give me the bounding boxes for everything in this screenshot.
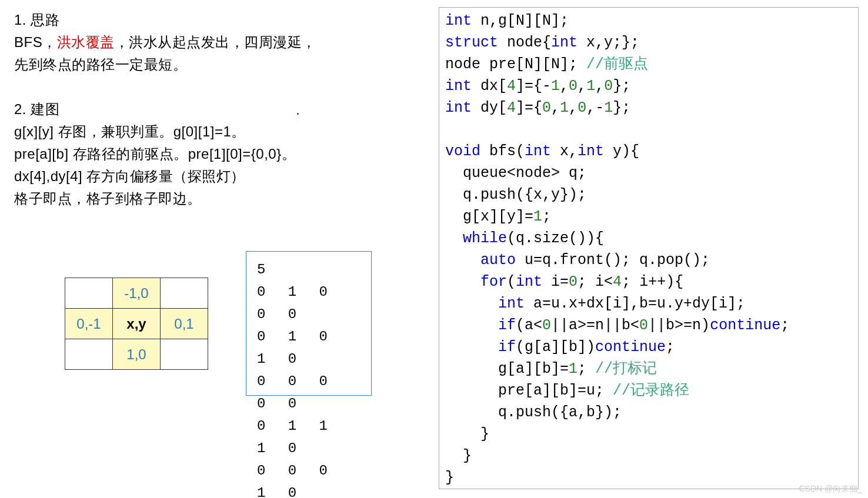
grid-cell <box>65 278 113 309</box>
watermark: CSDN @向来痴_ <box>799 484 862 494</box>
heading-1: 1. 思路 <box>14 9 426 31</box>
grid-down: 1,0 <box>113 339 161 370</box>
grid-up: -1,0 <box>113 278 161 309</box>
matrix-row: 0 1 0 0 0 <box>257 281 360 326</box>
paragraph-2c: dx[4],dy[4] 存方向偏移量（探照灯） <box>14 165 426 188</box>
grid-center: x,y <box>113 309 161 339</box>
paragraph-2d: 格子即点，格子到格子即边。 <box>14 188 426 210</box>
grid-cell <box>65 339 113 370</box>
direction-grid: -1,0 0,-1 x,y 0,1 1,0 <box>65 278 208 370</box>
sample-input-box: 5 0 1 0 0 0 0 1 0 1 0 0 0 0 0 0 0 1 1 1 … <box>246 251 372 396</box>
heading-2: 2. 建图 <box>14 98 426 121</box>
grid-right: 0,1 <box>161 309 208 339</box>
grid-cell <box>161 278 208 309</box>
paragraph-1: BFS，洪水覆盖，洪水从起点发出，四周漫延， <box>14 31 426 54</box>
grid-cell <box>161 339 208 370</box>
explanation-panel: 1. 思路 BFS，洪水覆盖，洪水从起点发出，四周漫延， 先到终点的路径一定最短… <box>14 9 426 210</box>
matrix-row: 0 0 0 1 0 <box>257 460 360 498</box>
paragraph-2a: g[x][y] 存图，兼职判重。g[0][1]=1。 <box>14 121 426 143</box>
matrix-row: 0 1 1 1 0 <box>257 415 360 460</box>
paragraph-1b: 先到终点的路径一定最短。 <box>14 54 426 76</box>
grid-left: 0,-1 <box>65 309 113 339</box>
paragraph-2b: pre[a][b] 存路径的前驱点。pre[1][0]={0,0}。 <box>14 143 426 165</box>
matrix-row: 0 0 0 0 0 <box>257 370 360 415</box>
cursor-dot <box>297 113 299 115</box>
highlight-term: 洪水覆盖 <box>57 34 115 50</box>
matrix-row: 0 1 0 1 0 <box>257 326 360 370</box>
matrix-n: 5 <box>257 259 360 281</box>
code-panel: int n,g[N][N]; struct node{int x,y;}; no… <box>439 7 859 489</box>
